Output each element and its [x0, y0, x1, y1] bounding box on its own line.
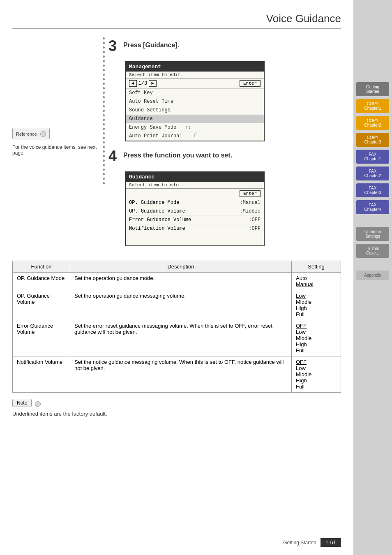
function-error-guidance: Error GuidanceVolume [13, 320, 70, 356]
desc-error-guidance: Set the error reset guidance messaging v… [70, 320, 292, 356]
step-4-number: 4 [108, 148, 117, 165]
enter-button[interactable]: Enter [240, 80, 261, 87]
setting-error-guidance: OFFLowMiddleHighFull [292, 320, 341, 356]
management-screen-title: Management [126, 62, 264, 72]
sidebar-tab-fax2[interactable]: FAX Chapter2 [356, 166, 389, 180]
table-header-setting: Setting [292, 261, 341, 273]
function-guidance-volume: OP. Guidance Volume [13, 290, 70, 320]
reference-label: Reference [16, 132, 37, 136]
step-3-text: Press [Guidance]. [123, 42, 179, 49]
management-screen-nav: ◄ 1/3 ► Enter [126, 79, 264, 89]
page-title: Voice Guidance [12, 12, 341, 29]
management-screen: Management Select item to edit. ◄ 1/3 ► … [125, 61, 265, 141]
sidebar-tab-fax3[interactable]: FAX Chapter3 [356, 183, 389, 197]
desc-notification-volume: Set the notice guidance messaging volume… [70, 356, 292, 393]
prev-arrow[interactable]: ◄ [129, 80, 137, 87]
page-footer: Getting Started 1-61 [12, 538, 341, 547]
function-guidance-mode: OP. Guidance Mode [13, 273, 70, 290]
table-row: OP. Guidance Volume Set the operation gu… [13, 290, 341, 320]
guidance-row-volume: OP. Guidance Volume :Middle [126, 207, 264, 216]
function-notification-volume: Notification Volume [13, 356, 70, 393]
guidance-row-notification: Notification Volume :OFF [126, 224, 264, 233]
table-header-description: Description [70, 261, 292, 273]
management-row-sound: Sound Settings [126, 106, 264, 115]
table-row: Notification Volume Set the notice guida… [13, 356, 341, 393]
desc-guidance-mode: Set the operation guidance mode. [70, 273, 292, 290]
sidebar-tab-fax4[interactable]: FAX Chapter4 [356, 200, 389, 214]
step-4: 4 Press the function you want to set. [108, 148, 341, 165]
guidance-enter-btn[interactable]: Enter [240, 190, 261, 197]
step-3: 3 Press [Guidance]. [108, 37, 341, 55]
management-screen-subtitle: Select item to edit. [126, 72, 264, 79]
sidebar-tab-common[interactable]: Common Settings [356, 227, 389, 241]
footer-page: 1-61 [321, 538, 341, 547]
reference-box: Reference [12, 128, 50, 139]
guidance-row-mode: OP. Guidance Mode :Manual [126, 199, 264, 207]
guidance-screen-title: Guidance [126, 172, 264, 182]
sidebar-tab-fax1[interactable]: FAX Chapter1 [356, 150, 389, 164]
note-section: Note Underlined items are the factory de… [12, 399, 341, 417]
footer-section: Getting Started [283, 540, 316, 546]
management-row-journal: Auto Print Journal F [126, 132, 264, 141]
sidebar-tab-appendix[interactable]: Appendix [356, 271, 389, 280]
sidebar-tab-in-this[interactable]: In This Case... [356, 244, 389, 258]
setting-notification-volume: OFFLowMiddleHighFull [292, 356, 341, 393]
management-row-guidance: Guidance [126, 115, 264, 123]
guidance-row-error: Error Guidance Volume :OFF [126, 216, 264, 224]
note-text: Underlined items are the factory default… [12, 411, 341, 417]
management-row-softkey: Soft Key [126, 89, 264, 97]
sidebar: Getting Started COPY Chapter1 COPY Chapt… [353, 0, 392, 555]
guidance-enter: Enter [126, 189, 264, 199]
setting-guidance-volume: LowMiddleHighFull [292, 290, 341, 320]
page-indicator: 1/3 [138, 81, 148, 86]
management-row-autoreset: Auto Reset Time [126, 97, 264, 106]
note-label: Note [12, 399, 32, 407]
step-4-text: Press the function you want to set. [123, 152, 232, 159]
guidance-screen-subtitle: Select item to edit. [126, 182, 264, 189]
setting-guidance-mode: AutoManual [292, 273, 341, 290]
desc-guidance-volume: Set the operation guidance messaging vol… [70, 290, 292, 320]
management-row-energy: Energy Save Mode ↑↓ [126, 123, 264, 132]
table-header-function: Function [13, 261, 70, 273]
sidebar-tab-copy1[interactable]: COPY Chapter1 [356, 99, 389, 113]
step-3-number: 3 [108, 37, 117, 55]
next-arrow[interactable]: ► [149, 80, 157, 87]
guidance-screen: Guidance Select item to edit. Enter OP. … [125, 171, 265, 246]
table-row: Error GuidanceVolume Set the error reset… [13, 320, 341, 356]
sidebar-tab-getting-started[interactable]: Getting Started [356, 82, 389, 96]
settings-table: Function Description Setting OP. Guidanc… [12, 261, 341, 393]
sidebar-tab-copy3[interactable]: COPY Chapter3 [356, 133, 389, 147]
sidebar-tab-copy2[interactable]: COPY Chapter2 [356, 116, 389, 130]
table-row: OP. Guidance Mode Set the operation guid… [13, 273, 341, 290]
reference-text: For the voice guidance items, see next p… [12, 144, 99, 156]
